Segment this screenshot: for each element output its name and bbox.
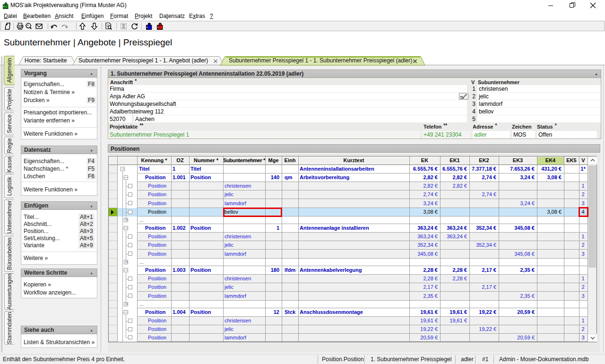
svg-text:Home: Startseite: Home: Startseite	[25, 57, 67, 64]
svg-text:Subunternehmer Preisspiegel 1: Subunternehmer Preisspiegel 1 - 1. Subun…	[229, 57, 412, 64]
svg-text:Subunternehmer Preisspiegel 1: Subunternehmer Preisspiegel 1 - 1. Angeb…	[78, 57, 208, 64]
